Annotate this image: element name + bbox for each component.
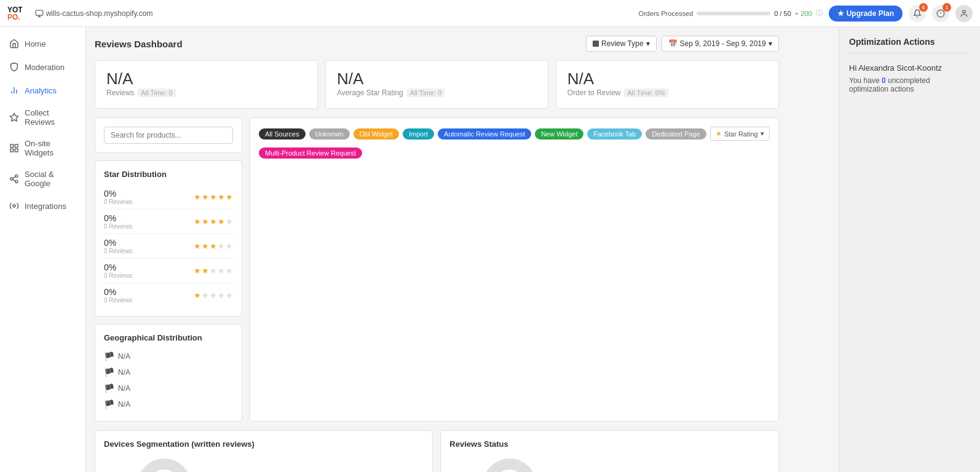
star-row-2: 0% 0 Reviews ★ ★ ★ ★ ★ — [104, 259, 233, 283]
star-icon: ★ — [202, 217, 209, 226]
star-5-icons: ★ ★ ★ ★ ★ — [194, 192, 233, 202]
svg-rect-0 — [36, 10, 43, 15]
reviews-status-donut-chart — [479, 455, 540, 472]
home-icon — [9, 38, 20, 49]
reviews-status-card: Reviews Status N/A — [440, 430, 778, 472]
sidebar-item-analytics[interactable]: Analytics — [0, 79, 85, 102]
star-icon-empty: ★ — [218, 291, 225, 300]
star-icon: ★ — [194, 217, 201, 226]
svg-line-18 — [13, 179, 16, 181]
filter-new-widget[interactable]: New Widget — [535, 128, 583, 140]
sidebar: Home Moderation Analytics Collect Review… — [0, 27, 86, 472]
orders-count: 0 / 50 — [774, 10, 791, 17]
star-icon-empty: ★ — [210, 291, 217, 300]
upgrade-button[interactable]: ★ Upgrade Plan — [829, 6, 903, 22]
order-review-label: Order to Review All Time: 0% — [567, 88, 767, 97]
sidebar-widgets-label: On-site Widgets — [25, 139, 77, 157]
chevron-down-icon-2: ▾ — [769, 39, 772, 48]
sidebar-item-moderation[interactable]: Moderation — [0, 55, 85, 79]
right-panel: Optimization Actions Hi Alexandra Sicot-… — [839, 27, 980, 472]
avg-star-card: N/A Average Star Rating All Time: 0 — [325, 60, 548, 109]
star-icon: ★ — [194, 266, 201, 275]
svg-point-16 — [10, 178, 13, 180]
devices-card: Devices Segmentation (written reviews) N… — [95, 430, 433, 472]
reviews-status-donut-area: N/A — [449, 455, 769, 472]
shop-url-text: wills-cactus-shop.myshopify.com — [46, 9, 153, 18]
star-rating-star-icon: ★ — [716, 130, 722, 138]
sidebar-moderation-label: Moderation — [25, 63, 65, 72]
star-icon-empty: ★ — [226, 266, 233, 275]
filter-unknown[interactable]: Unknown — [309, 128, 350, 140]
search-input[interactable] — [104, 127, 233, 144]
topbar-right: Orders Processed 0 / 50 + 200 ⓘ ★ Upgrad… — [639, 5, 973, 22]
filter-import[interactable]: Import — [403, 128, 434, 140]
calendar-icon: 📅 — [668, 39, 678, 48]
review-type-dropdown[interactable]: Review Type ▾ — [586, 36, 656, 52]
star-icon: ★ — [202, 242, 209, 251]
search-card — [95, 117, 242, 153]
filter-multi-product[interactable]: Multi-Product Review Request — [259, 148, 362, 159]
sidebar-item-social[interactable]: Social & Google — [0, 163, 85, 194]
star-4-pct: 0% — [104, 213, 132, 223]
svg-rect-12 — [15, 144, 18, 148]
star-1-count: 0 Reviews — [104, 297, 132, 304]
geo-title: Geographical Distribution — [104, 333, 233, 342]
optimization-title: Optimization Actions — [849, 37, 970, 53]
star-icon-empty: ★ — [226, 217, 233, 226]
star-icon: ★ — [194, 291, 201, 300]
notification-icon-1[interactable]: 6 — [909, 5, 926, 22]
sidebar-item-widgets[interactable]: On-site Widgets — [0, 133, 85, 163]
devices-donut-area: N/A — [104, 455, 424, 472]
user-avatar[interactable] — [955, 5, 973, 22]
filter-old-widget[interactable]: Old Widget — [354, 128, 399, 140]
star-icon-empty: ★ — [202, 291, 209, 300]
geo-distribution-card: Geographical Distribution 🏴 N/A 🏴 N/A 🏴 … — [95, 324, 242, 422]
geo-item-1: 🏴 N/A — [104, 348, 233, 364]
star-icon: ★ — [210, 192, 217, 202]
filter-all-sources[interactable]: All Sources — [259, 128, 306, 140]
content-area: Star Distribution 0% 0 Reviews ★ ★ ★ ★ ★ — [95, 117, 779, 422]
devices-donut-chart — [133, 455, 195, 472]
social-icon — [9, 173, 20, 184]
order-review-value: N/A — [567, 69, 767, 88]
geo-item-2: 🏴 N/A — [104, 364, 233, 380]
notification-icon-2[interactable]: 1 — [932, 5, 949, 22]
chevron-down-icon: ▾ — [646, 39, 650, 48]
bottom-row: Devices Segmentation (written reviews) N… — [95, 430, 779, 472]
filter-facebook-tab[interactable]: Facebook Tab — [587, 128, 642, 140]
star-1-icons: ★ ★ ★ ★ ★ — [194, 291, 233, 300]
chart-area: All Sources Unknown Old Widget Import Au… — [250, 117, 779, 422]
star-rating-button[interactable]: ★ Star Rating ▾ — [710, 127, 770, 141]
reviews-stat-card: N/A Reviews All Time: 0 — [95, 60, 318, 109]
sidebar-item-collect[interactable]: Collect Reviews — [0, 102, 85, 133]
analytics-icon — [9, 85, 20, 96]
zero-count: 0 — [882, 76, 886, 85]
svg-point-15 — [15, 175, 18, 177]
info-icon[interactable]: ⓘ — [816, 9, 823, 18]
svg-point-21 — [143, 464, 186, 472]
avg-star-value: N/A — [337, 69, 537, 88]
filter-dedicated-page[interactable]: Dedicated Page — [646, 128, 706, 140]
filter-auto-review[interactable]: Automatic Review Request — [438, 128, 531, 140]
orders-processed-label: Orders Processed — [639, 10, 694, 17]
star-icon: ★ — [210, 217, 217, 226]
flag-icon: 🏴 — [104, 352, 114, 361]
star-icon-empty: ★ — [210, 266, 217, 275]
geo-label-1: N/A — [118, 352, 130, 361]
upgrade-star-icon: ★ — [837, 9, 844, 18]
optimization-message: You have 0 uncompleted optimization acti… — [849, 76, 970, 93]
star-icon: ★ — [194, 242, 201, 251]
devices-title: Devices Segmentation (written reviews) — [104, 439, 424, 449]
notif-badge-2: 1 — [942, 3, 951, 12]
date-range-dropdown[interactable]: 📅 Sep 9, 2019 - Sep 9, 2019 ▾ — [662, 36, 779, 52]
geo-label-4: N/A — [118, 400, 130, 409]
star-icon-empty: ★ — [218, 266, 225, 275]
sidebar-analytics-label: Analytics — [25, 86, 57, 95]
avg-star-label: Average Star Rating All Time: 0 — [337, 88, 537, 97]
flag-icon: 🏴 — [104, 384, 114, 393]
svg-rect-11 — [10, 144, 14, 148]
sidebar-item-integrations[interactable]: Integrations — [0, 194, 85, 218]
star-1-pct: 0% — [104, 287, 132, 297]
sidebar-item-home[interactable]: Home — [0, 32, 85, 55]
collect-icon — [9, 112, 20, 123]
